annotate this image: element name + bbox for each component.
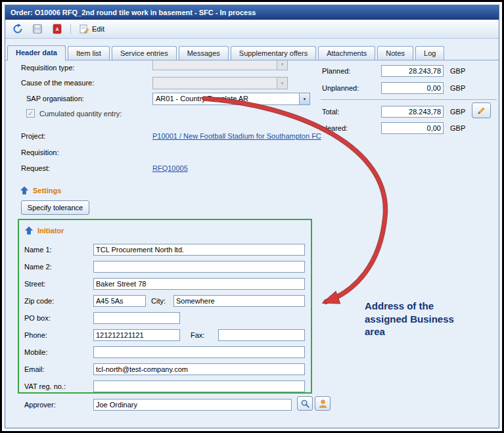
- initiator-section-title: Initiator: [37, 227, 64, 235]
- pencil-icon: [476, 106, 486, 116]
- approver-input[interactable]: [93, 399, 292, 411]
- order-window: Order: O10006 RFQ_2nd round tile work in…: [5, 5, 499, 428]
- edit-icon: [79, 24, 89, 34]
- sap-organisation-value: AR01 - Country Template AR: [153, 93, 299, 104]
- toolbar-separator: [70, 24, 71, 34]
- cumulated-quantity-label: Cumulated quantity entry:: [39, 110, 122, 118]
- specify-tolerance-button[interactable]: Specify tolerance: [21, 200, 89, 215]
- request-label: Request:: [21, 164, 50, 172]
- tab-notes[interactable]: Notes: [377, 46, 413, 60]
- chevron-down-icon: ▼: [277, 60, 287, 70]
- cleared-amount-field[interactable]: [381, 122, 444, 134]
- refresh-button[interactable]: [9, 22, 26, 36]
- amounts-divider: [321, 99, 497, 100]
- tab-attachments[interactable]: Attachments: [318, 46, 375, 60]
- total-currency-label: GBP: [450, 108, 465, 116]
- tab-header-data[interactable]: Header data: [7, 45, 66, 60]
- section-collapse-icon[interactable]: [20, 186, 29, 195]
- unplanned-amount-field[interactable]: [381, 82, 444, 94]
- screenshot-frame: Order: O10006 RFQ_2nd round tile work in…: [0, 0, 504, 433]
- chevron-down-icon: ▼: [277, 78, 287, 89]
- tab-messages[interactable]: Messages: [179, 46, 229, 60]
- pdf-button[interactable]: A: [49, 22, 66, 36]
- edit-button-label: Edit: [92, 25, 104, 33]
- annotation-text: Address of the assigned Business area: [365, 300, 467, 338]
- tab-strip: Header data Item list Service entries Me…: [5, 39, 499, 60]
- cleared-currency-label: GBP: [450, 124, 465, 132]
- chevron-down-icon: ▼: [299, 93, 309, 104]
- svg-text:A: A: [56, 27, 59, 32]
- approver-select-person-button[interactable]: [315, 396, 331, 411]
- cleared-label: cleared:: [322, 124, 348, 132]
- window-title: Order: O10006 RFQ_2nd round tile work in…: [11, 9, 256, 16]
- planned-label: Planned:: [322, 67, 350, 75]
- refresh-icon: [12, 24, 23, 34]
- approver-label: Approver:: [24, 401, 56, 409]
- unplanned-label: Unplanned:: [322, 84, 359, 92]
- sap-organisation-dropdown[interactable]: AR01 - Country Template AR ▼: [152, 93, 310, 105]
- total-amount-field[interactable]: [381, 106, 444, 118]
- person-icon: [318, 399, 328, 409]
- search-icon: [300, 399, 310, 409]
- cause-of-measure-label: Cause of the measure:: [21, 79, 94, 87]
- edit-button[interactable]: Edit: [76, 22, 108, 36]
- save-icon: [32, 24, 43, 34]
- project-label: Project:: [21, 132, 45, 140]
- save-button[interactable]: [29, 22, 46, 36]
- settings-section-title: Settings: [33, 187, 61, 194]
- project-link[interactable]: P10001 / New Football Stadium for Southa…: [152, 132, 321, 140]
- section-collapse-icon[interactable]: [24, 226, 34, 235]
- tab-item-list[interactable]: Item list: [68, 46, 110, 60]
- cumulated-quantity-checkbox: ✓: [26, 109, 35, 118]
- tab-log[interactable]: Log: [415, 46, 444, 60]
- requisition-label: Requisition:: [21, 148, 58, 156]
- initiator-highlight-box: [18, 219, 312, 394]
- tab-supplementary-offers[interactable]: Supplementary offers: [231, 46, 316, 60]
- cause-of-measure-dropdown: ▼: [152, 77, 288, 89]
- tab-service-entries[interactable]: Service entries: [112, 46, 177, 60]
- edit-total-button[interactable]: [472, 103, 491, 118]
- window-title-bar: Order: O10006 RFQ_2nd round tile work in…: [5, 5, 499, 20]
- approver-search-button[interactable]: [297, 396, 313, 411]
- request-link[interactable]: RFQ10005: [152, 164, 188, 172]
- planned-amount-field[interactable]: [381, 65, 444, 77]
- sap-organisation-label: SAP organisation:: [26, 95, 84, 103]
- toolbar: A Edit: [5, 20, 499, 39]
- requisition-type-label: Requisition type:: [21, 64, 74, 72]
- total-label: Total:: [322, 108, 339, 116]
- planned-currency-label: GBP: [450, 67, 465, 75]
- requisition-type-dropdown: ▼: [152, 60, 288, 70]
- pdf-icon: A: [52, 24, 62, 34]
- header-data-panel: Requisition type: ▼ Cause of the measure…: [5, 60, 499, 428]
- specify-tolerance-label: Specify tolerance: [28, 204, 83, 212]
- unplanned-currency-label: GBP: [450, 84, 465, 92]
